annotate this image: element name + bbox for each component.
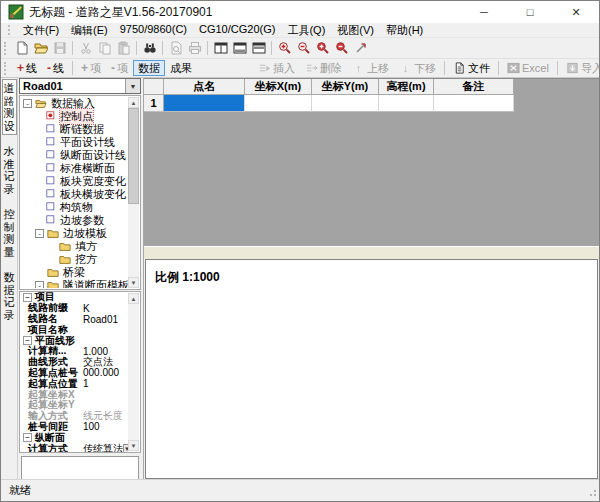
plan-view-panel[interactable]: 比例 1:1000: [145, 259, 598, 479]
zoom-in-icon: [278, 41, 292, 55]
table-cell[interactable]: [164, 95, 245, 112]
status-text: 就绪: [9, 483, 31, 498]
navigation-panel: Road01 ▼ -数据输入控制点断链数据平面设计线纵断面设计线标准横断面板块宽…: [18, 78, 144, 479]
print-button: [185, 39, 204, 57]
insert-icon: [258, 62, 271, 75]
zoom-in-button[interactable]: [275, 39, 294, 57]
side-tab-char: 道: [4, 82, 15, 95]
table-corner-cell: [144, 79, 164, 95]
column-header-5[interactable]: 备注: [434, 79, 514, 95]
menu-edit[interactable]: 编辑(E): [65, 23, 114, 38]
menu-file[interactable]: 文件(F): [17, 23, 65, 38]
window-top-button[interactable]: [249, 39, 268, 57]
property-value[interactable]: Road01: [81, 314, 128, 325]
column-header-1[interactable]: 点名: [164, 79, 245, 95]
resize-grip[interactable]: [587, 487, 597, 499]
save-button: [50, 39, 69, 57]
file-data-button[interactable]: 文件: [448, 60, 495, 76]
side-tab-road-survey[interactable]: 道路测设: [2, 79, 17, 135]
table-cell[interactable]: [312, 95, 379, 112]
side-tab-level-record[interactable]: 水准记录: [2, 142, 17, 198]
zoom-out-solid-button[interactable]: [332, 39, 351, 57]
new-button[interactable]: [12, 39, 31, 57]
add-line-button[interactable]: +线: [12, 60, 42, 76]
window-top-icon: [252, 41, 266, 55]
import-icon: [566, 61, 579, 75]
remove-item-label: 项: [117, 61, 128, 76]
scrollbar-thumb[interactable]: [128, 108, 139, 204]
import-label: 导入: [581, 61, 600, 76]
window-bottom-button[interactable]: [230, 39, 249, 57]
scroll-up-icon[interactable]: ▲: [128, 293, 139, 304]
table-header-row: 点名坐标X(m)坐标Y(m)高程(m)备注: [144, 79, 599, 95]
side-tab-char: 设: [4, 120, 15, 133]
remove-item-button: -项: [106, 60, 133, 76]
move-up-label: 上移: [367, 61, 389, 76]
column-header-2[interactable]: 坐标X(m): [245, 79, 312, 95]
data-view-button[interactable]: 数据: [133, 60, 165, 76]
menu-help[interactable]: 帮助(H): [380, 23, 429, 38]
table-cell[interactable]: [379, 95, 434, 112]
property-value[interactable]: 传统算法▼: [81, 442, 128, 453]
side-tab-char: 数: [4, 271, 15, 284]
minimize-button[interactable]: ─: [461, 1, 507, 23]
file-data-label: 文件: [468, 61, 490, 76]
menu-cg10-cg20[interactable]: CG10/CG20(G): [193, 23, 281, 38]
column-header-3[interactable]: 坐标Y(m): [312, 79, 379, 95]
points-table-area: 点名坐标X(m)坐标Y(m)高程(m)备注1: [144, 78, 599, 246]
tree-item-tunnel-section-template[interactable]: -隧道断面模板: [21, 279, 128, 288]
chevron-down-icon[interactable]: ▼: [125, 79, 140, 93]
window-title: 无标题 - 道路之星V1.56-20170901: [29, 4, 212, 21]
property-row-calc-method[interactable]: 计算方式传统算法▼: [21, 443, 128, 453]
menu-calc-9750-9860[interactable]: 9750/9860(C): [114, 23, 193, 38]
property-grid: −项目线路前缀K线路名Road01项目名称−平面线形计算精...1.000曲线形…: [19, 291, 141, 453]
delete-row-button: 删除: [300, 60, 347, 76]
remove-line-button[interactable]: -线: [42, 60, 69, 76]
tree-scrollbar[interactable]: ▲ ▼: [128, 97, 139, 288]
expand-collapse-icon[interactable]: -: [23, 99, 32, 108]
remove-item-sign-icon: -: [111, 63, 115, 73]
excel-label: Excel: [522, 62, 549, 74]
expand-collapse-icon[interactable]: -: [35, 281, 44, 288]
new-icon: [15, 41, 29, 55]
find-button[interactable]: [140, 39, 159, 57]
expand-collapse-icon[interactable]: -: [35, 229, 44, 238]
row-header-cell[interactable]: 1: [144, 95, 164, 112]
column-header-4[interactable]: 高程(m): [379, 79, 434, 95]
scroll-down-icon[interactable]: ▼: [128, 440, 139, 451]
property-scrollbar[interactable]: ▲ ▼: [128, 293, 139, 451]
app-window: 无标题 - 道路之星V1.56-20170901 ─ □ ✕ 文件(F)编辑(E…: [0, 0, 600, 502]
property-value-text: 1: [83, 378, 89, 389]
open-button[interactable]: [31, 39, 50, 57]
property-value[interactable]: K: [81, 303, 128, 314]
property-value-text: 100: [83, 421, 100, 432]
table-cell[interactable]: [434, 95, 514, 112]
print-preview-button: [166, 39, 185, 57]
property-value[interactable]: 1: [81, 378, 128, 389]
pan-button[interactable]: [351, 39, 370, 57]
scroll-down-icon[interactable]: ▼: [128, 277, 139, 288]
close-button[interactable]: ✕: [553, 1, 599, 23]
side-tab-control-survey[interactable]: 控制测量: [2, 205, 17, 261]
toolbar-separator: [444, 61, 445, 75]
menu-view[interactable]: 视图(V): [331, 23, 380, 38]
side-tab-data-record[interactable]: 数据记录: [2, 268, 17, 324]
road-selector-value: Road01: [23, 80, 63, 92]
property-value[interactable]: 100: [81, 421, 128, 432]
window-split-button[interactable]: [211, 39, 230, 57]
menu-tools[interactable]: 工具(Q): [281, 23, 331, 38]
scroll-up-icon[interactable]: ▲: [128, 97, 139, 108]
maximize-button[interactable]: □: [507, 1, 553, 23]
result-view-button[interactable]: 成果: [165, 60, 197, 76]
add-item-label: 项: [90, 61, 101, 76]
zoom-out-button[interactable]: [294, 39, 313, 57]
property-value[interactable]: 000.000: [81, 367, 128, 378]
toolbar-separator: [207, 41, 208, 55]
zoom-in-solid-button[interactable]: [313, 39, 332, 57]
folder-icon: [58, 241, 72, 253]
panel-divider[interactable]: [144, 246, 599, 259]
remove-line-label: 线: [53, 61, 64, 76]
file-icon: [453, 61, 466, 75]
table-cell[interactable]: [245, 95, 312, 112]
road-selector[interactable]: Road01 ▼: [19, 78, 141, 94]
